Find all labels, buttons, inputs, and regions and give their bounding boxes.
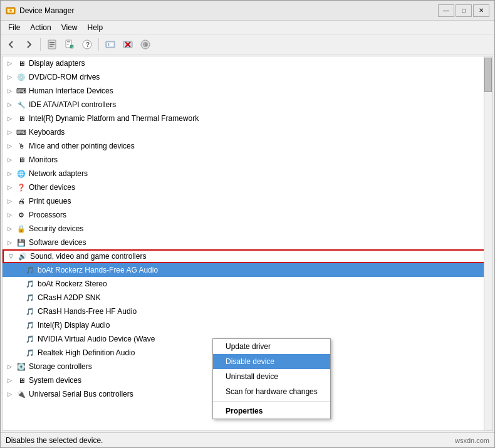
expand-icon: ▷	[5, 100, 14, 109]
item-label: Monitors	[29, 155, 58, 164]
item-label: Intel(R) Display Audio	[38, 321, 110, 330]
context-menu-uninstall-device[interactable]: Uninstall device	[213, 369, 330, 384]
rollback-button[interactable]: ⊕	[137, 37, 154, 52]
tree-item-crash-a2dp[interactable]: CRasH A2DP SNK	[3, 291, 492, 305]
brand-text: wsxdn.com	[455, 437, 489, 444]
tree-item-monitors[interactable]: ▷ Monitors	[3, 153, 492, 167]
system-icon	[16, 375, 27, 385]
item-label: System devices	[29, 376, 81, 385]
svg-rect-5	[50, 44, 55, 45]
back-button[interactable]	[3, 37, 19, 52]
expand-icon: ▷	[5, 183, 14, 192]
menu-file[interactable]: File	[3, 22, 25, 33]
expand-icon: ▷	[5, 197, 14, 206]
toolbar-separator-1	[40, 38, 41, 51]
content-area: ▷ Display adapters ▷ DVD/CD-ROM drives ▷…	[1, 55, 494, 432]
tree-item-security[interactable]: ▷ Security devices	[3, 222, 492, 236]
tree-item-dvd[interactable]: ▷ DVD/CD-ROM drives	[3, 70, 492, 84]
svg-text:✓: ✓	[71, 45, 74, 49]
tree-item-boat-stereo[interactable]: boAt Rockerz Stereo	[3, 277, 492, 291]
hid-icon	[16, 86, 27, 96]
tree-item-crash-hf[interactable]: CRasH Hands-Free HF Audio	[3, 305, 492, 318]
context-menu-scan-hardware[interactable]: Scan for hardware changes	[213, 384, 330, 399]
tree-item-mice[interactable]: ▷ Mice and other pointing devices	[3, 139, 492, 153]
expand-icon: ▷	[5, 224, 14, 233]
scan-button[interactable]	[102, 37, 118, 52]
context-menu-properties[interactable]: Properties	[213, 404, 330, 419]
tree-item-software[interactable]: ▷ Software devices	[3, 236, 492, 249]
tree-item-hid[interactable]: ▷ Human Interface Devices	[3, 84, 492, 98]
item-label: Intel(R) Dynamic Platform and Thermal Fr…	[29, 114, 199, 123]
audio-icon	[24, 306, 36, 316]
other-icon	[16, 182, 27, 192]
close-button[interactable]: ✕	[473, 4, 489, 17]
svg-text:?: ?	[86, 41, 90, 48]
item-label: Software devices	[29, 238, 86, 247]
tree-item-intel[interactable]: ▷ Intel(R) Dynamic Platform and Thermal …	[3, 112, 492, 125]
item-label: NVIDIA Virtual Audio Device (Wave	[38, 335, 155, 343]
audio-icon	[24, 279, 36, 289]
menu-help[interactable]: Help	[83, 22, 108, 33]
expand-icon: ▷	[5, 211, 14, 219]
tree-item-network[interactable]: ▷ Network adapters	[3, 167, 492, 180]
audio-icon	[24, 334, 36, 344]
usb-icon	[16, 389, 27, 399]
tree-item-processors[interactable]: ▷ Processors	[3, 208, 492, 222]
context-menu-update-driver[interactable]: Update driver	[213, 339, 330, 354]
toolbar: ✓ ?	[1, 34, 494, 55]
network-icon	[16, 169, 27, 179]
svg-rect-10	[67, 44, 69, 44]
ide-icon	[16, 100, 27, 110]
menu-bar: File Action View Help	[1, 21, 494, 34]
scrollbar-track[interactable]	[484, 56, 492, 430]
tree-item-other[interactable]: ▷ Other devices	[3, 180, 492, 194]
tree-item-keyboards[interactable]: ▷ Keyboards	[3, 125, 492, 139]
monitor-icon	[16, 58, 27, 68]
item-label: Security devices	[29, 224, 83, 233]
menu-action[interactable]: Action	[25, 22, 56, 33]
expand-icon: ▽	[6, 252, 15, 261]
tree-item-print[interactable]: ▷ Print queues	[3, 194, 492, 208]
tree-item-ide[interactable]: ▷ IDE ATA/ATAPI controllers	[3, 98, 492, 112]
tree-item-intel-display-audio[interactable]: Intel(R) Display Audio	[3, 318, 492, 332]
item-label: Display adapters	[29, 59, 85, 68]
maximize-button[interactable]: □	[456, 4, 472, 17]
tree-item-boat-handsfree[interactable]: boAt Rockerz Hands-Free AG Audio	[3, 263, 492, 277]
tree-item-sound[interactable]: ▽ Sound, video and game controllers	[3, 249, 492, 263]
item-label: Storage controllers	[29, 362, 92, 371]
keyboard-icon	[16, 127, 27, 137]
svg-rect-8	[67, 41, 70, 42]
expand-icon: ▷	[5, 114, 14, 123]
context-menu: Update driver Disable device Uninstall d…	[212, 338, 331, 419]
status-bar: Disables the selected device. wsxdn.com	[1, 432, 494, 447]
item-label: boAt Rockerz Stereo	[38, 279, 107, 288]
expand-icon: ▷	[5, 73, 14, 81]
context-menu-disable-device[interactable]: Disable device	[213, 354, 330, 369]
device-tree[interactable]: ▷ Display adapters ▷ DVD/CD-ROM drives ▷…	[2, 56, 493, 431]
forward-button[interactable]	[21, 37, 37, 52]
software-icon	[16, 237, 27, 247]
expand-icon: ▷	[5, 155, 14, 164]
processor-icon	[16, 210, 27, 220]
status-text: Disables the selected device.	[6, 436, 103, 445]
toolbar-separator-2	[98, 38, 99, 51]
help-button[interactable]: ?	[79, 37, 95, 52]
tree-item-display-adapters[interactable]: ▷ Display adapters	[3, 56, 492, 70]
monitor2-icon	[16, 155, 27, 165]
item-label: IDE ATA/ATAPI controllers	[29, 100, 116, 109]
svg-rect-9	[67, 43, 70, 43]
device-manager-window: Device Manager — □ ✕ File Action View He…	[0, 0, 495, 448]
properties-button[interactable]	[44, 37, 60, 52]
item-label: CRasH A2DP SNK	[38, 293, 100, 302]
expand-icon: ▷	[5, 59, 14, 68]
title-bar-controls: — □ ✕	[438, 4, 489, 17]
minimize-button[interactable]: —	[438, 4, 454, 17]
uninstall-button[interactable]	[120, 37, 136, 52]
scrollbar-thumb[interactable]	[484, 58, 492, 92]
menu-view[interactable]: View	[56, 22, 83, 33]
security-icon	[16, 224, 27, 234]
audio-icon	[24, 320, 36, 330]
item-label: Network adapters	[29, 169, 88, 178]
context-menu-separator	[213, 401, 330, 402]
update-button[interactable]: ✓	[61, 37, 78, 52]
